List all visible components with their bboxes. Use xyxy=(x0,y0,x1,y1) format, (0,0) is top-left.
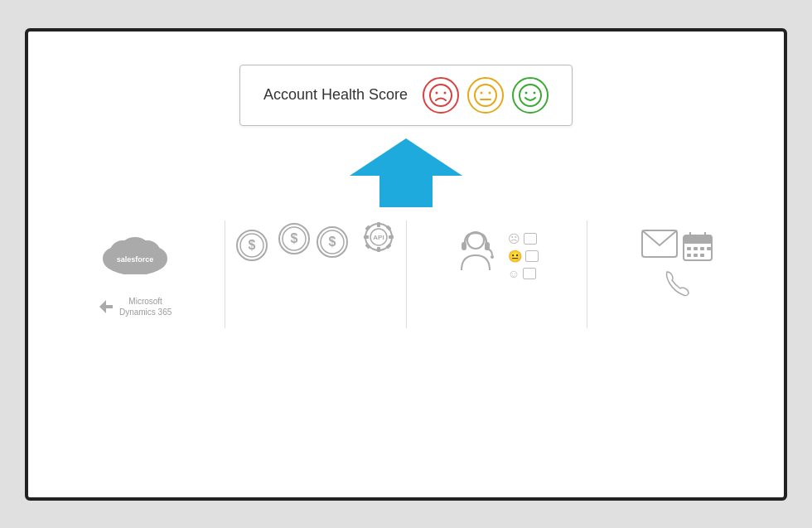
survey-item-2: 😐 xyxy=(508,249,539,263)
svg-rect-46 xyxy=(684,235,712,244)
svg-point-7 xyxy=(520,85,541,106)
svg-rect-41 xyxy=(462,242,466,250)
svg-point-1 xyxy=(436,91,438,94)
ms-dynamics-logo: MicrosoftDynamics 365 xyxy=(98,296,172,317)
communication-icons xyxy=(640,229,713,298)
neutral-face xyxy=(467,77,504,114)
svg-point-3 xyxy=(475,85,496,106)
svg-text:$: $ xyxy=(329,235,336,249)
headset-icon xyxy=(455,229,496,274)
svg-rect-34 xyxy=(389,235,394,239)
bottom-section: salesforce MicrosoftDynamics 365 xyxy=(28,220,784,497)
email-icon xyxy=(640,229,679,259)
svg-text:salesforce: salesforce xyxy=(116,255,153,264)
svg-marker-19 xyxy=(99,300,113,313)
up-arrow xyxy=(323,134,489,212)
dollar-coin-icon-2: $ xyxy=(278,222,311,255)
finance-icons: $ $ $ xyxy=(235,229,395,262)
survey-checkbox-3 xyxy=(523,268,536,279)
svg-point-43 xyxy=(491,255,494,259)
svg-text:$: $ xyxy=(249,238,256,252)
svg-rect-50 xyxy=(694,247,698,250)
svg-point-0 xyxy=(430,85,452,106)
survey-list: ☹ 😐 ☺ xyxy=(508,232,539,280)
svg-point-9 xyxy=(534,91,536,94)
svg-point-8 xyxy=(525,91,528,94)
communication-column xyxy=(587,220,767,328)
svg-text:$: $ xyxy=(291,231,298,245)
survey-checkbox-2 xyxy=(525,250,539,262)
finance-column: $ $ $ xyxy=(225,220,406,328)
svg-marker-10 xyxy=(350,138,462,176)
dynamics-label: MicrosoftDynamics 365 xyxy=(119,296,172,317)
survey-item-1: ☹ xyxy=(508,232,539,245)
survey-checkbox-1 xyxy=(524,233,537,245)
svg-rect-55 xyxy=(700,254,704,257)
emoji-faces xyxy=(423,77,549,114)
calendar-icon xyxy=(682,232,713,262)
svg-rect-33 xyxy=(364,235,369,239)
email-calendar-group xyxy=(640,229,713,262)
svg-rect-31 xyxy=(377,222,380,227)
svg-rect-51 xyxy=(700,247,704,250)
api-gear-icon: API xyxy=(362,220,395,254)
crm-logos: salesforce MicrosoftDynamics 365 xyxy=(98,229,172,317)
salesforce-cloud-icon: salesforce xyxy=(98,229,172,274)
main-container: Account Health Score xyxy=(25,28,787,501)
support-column: ☹ 😐 ☺ xyxy=(407,220,587,328)
health-score-card: Account Health Score xyxy=(239,65,573,126)
survey-item-3: ☺ xyxy=(508,267,539,280)
svg-rect-49 xyxy=(687,247,691,250)
svg-text:API: API xyxy=(374,234,384,241)
svg-rect-53 xyxy=(687,254,691,257)
svg-rect-32 xyxy=(377,247,380,252)
unhappy-face xyxy=(423,77,459,114)
dollar-coin-icon-3: $ xyxy=(316,225,349,259)
svg-rect-54 xyxy=(694,254,698,257)
salesforce-logo: salesforce xyxy=(98,229,172,274)
phone-icon xyxy=(662,269,692,298)
dynamics-arrow-icon xyxy=(98,298,114,315)
support-icons: ☹ 😐 ☺ xyxy=(455,229,539,280)
dollar-coin-icon-1: $ xyxy=(235,229,268,262)
health-score-label: Account Health Score xyxy=(263,86,408,104)
svg-rect-52 xyxy=(707,247,711,250)
svg-rect-11 xyxy=(379,174,433,207)
happy-face xyxy=(512,77,549,114)
svg-point-4 xyxy=(481,91,483,94)
crm-column: salesforce MicrosoftDynamics 365 xyxy=(45,220,225,328)
svg-point-5 xyxy=(489,91,491,94)
svg-point-2 xyxy=(444,91,447,94)
